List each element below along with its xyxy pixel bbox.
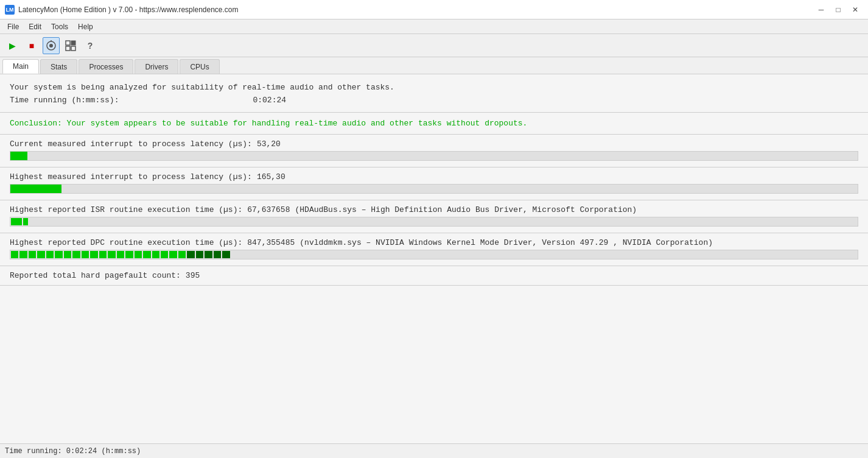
menu-edit[interactable]: Edit [24, 21, 46, 32]
highest-isr-fill [10, 217, 858, 226]
tab-cpus[interactable]: CPUs [180, 59, 219, 74]
title-bar-left: LM LatencyMon (Home Edition ) v 7.00 - h… [5, 5, 239, 15]
highest-dpc-value: 847,355485 [247, 238, 295, 247]
play-button[interactable]: ▶ [4, 37, 21, 54]
title-bar-controls: ─ □ ✕ [813, 4, 863, 16]
pagefault-block: Reported total hard pagefault count: 395 [0, 266, 868, 286]
pagefault-row: Reported total hard pagefault count: 395 [10, 271, 858, 280]
svg-rect-3 [66, 41, 70, 45]
menu-tools[interactable]: Tools [46, 21, 73, 32]
menu-help[interactable]: Help [73, 21, 98, 32]
svg-rect-5 [66, 46, 70, 51]
view-icon [65, 40, 76, 51]
info-section: Your system is being analyzed for suitab… [0, 74, 868, 113]
highest-isr-label: Highest reported ISR routine execution t… [10, 205, 242, 214]
app-title: LatencyMon (Home Edition ) v 7.00 - http… [18, 5, 239, 14]
current-latency-fill [10, 152, 27, 160]
main-content: Your system is being analyzed for suitab… [0, 74, 868, 443]
maximize-button[interactable]: □ [830, 4, 846, 16]
tab-processes[interactable]: Processes [79, 59, 133, 74]
current-latency-bar [10, 151, 858, 161]
current-latency-block: Current measured interrupt to process la… [0, 135, 868, 167]
highest-dpc-row: Highest reported DPC routine execution t… [10, 238, 858, 247]
tab-bar: Main Stats Processes Drivers CPUs [0, 57, 868, 74]
highest-latency-bar [10, 184, 858, 194]
system-analysis-text: Your system is being analyzed for suitab… [10, 82, 858, 94]
highest-dpc-bar [10, 250, 858, 259]
status-text: Time running: 0:02:24 (h:mm:ss) [5, 447, 141, 456]
highest-dpc-label: Highest reported DPC routine execution t… [10, 238, 242, 247]
close-button[interactable]: ✕ [847, 4, 863, 16]
highest-dpc-fill [10, 250, 231, 259]
time-label: Time running (h:mm:ss): [10, 96, 119, 105]
highest-latency-value: 165,30 [257, 172, 285, 181]
tab-drivers[interactable]: Drivers [135, 59, 178, 74]
svg-rect-6 [71, 46, 75, 51]
time-value: 0:02:24 [253, 96, 286, 105]
current-latency-row: Current measured interrupt to process la… [10, 139, 858, 149]
help-button[interactable]: ? [82, 37, 99, 54]
highest-latency-block: Highest measured interrupt to process la… [0, 167, 868, 200]
title-bar: LM LatencyMon (Home Edition ) v 7.00 - h… [0, 0, 868, 19]
highest-latency-label: Highest measured interrupt to process la… [10, 172, 252, 181]
stop-button[interactable]: ■ [23, 37, 40, 54]
pagefault-value: 395 [186, 271, 200, 280]
analyze-icon [46, 40, 57, 51]
toolbar: ▶ ■ ? [0, 34, 868, 57]
current-latency-label: Current measured interrupt to process la… [10, 139, 252, 149]
highest-isr-bar [10, 217, 858, 227]
view-button[interactable] [62, 37, 79, 54]
analyze-button[interactable] [43, 37, 60, 54]
highest-latency-row: Highest measured interrupt to process la… [10, 172, 858, 181]
highest-isr-value: 67,637658 [247, 205, 290, 214]
highest-isr-row: Highest reported ISR routine execution t… [10, 205, 858, 214]
pagefault-label: Reported total hard pagefault count: [10, 271, 181, 280]
tab-main[interactable]: Main [2, 59, 39, 74]
highest-isr-block: Highest reported ISR routine execution t… [0, 200, 868, 233]
highest-isr-driver: (HDAudBus.sys – High Definition Audio Bu… [295, 205, 637, 214]
svg-point-1 [49, 44, 53, 48]
current-latency-value: 53,20 [257, 139, 281, 149]
conclusion-text: Conclusion: Your system appears to be su… [10, 119, 858, 128]
status-bar: Time running: 0:02:24 (h:mm:ss) [0, 443, 868, 458]
svg-rect-4 [71, 41, 75, 45]
tab-stats[interactable]: Stats [40, 59, 77, 74]
menu-file[interactable]: File [2, 21, 24, 32]
app-icon: LM [5, 5, 15, 15]
minimize-button[interactable]: ─ [813, 4, 829, 16]
menu-bar: File Edit Tools Help [0, 19, 868, 34]
highest-latency-fill [10, 185, 61, 193]
metrics-section: Current measured interrupt to process la… [0, 135, 868, 443]
highest-dpc-block: Highest reported DPC routine execution t… [0, 233, 868, 266]
highest-dpc-driver: (nvlddmkm.sys – NVIDIA Windows Kernel Mo… [299, 238, 713, 247]
conclusion-section: Conclusion: Your system appears to be su… [0, 113, 868, 135]
